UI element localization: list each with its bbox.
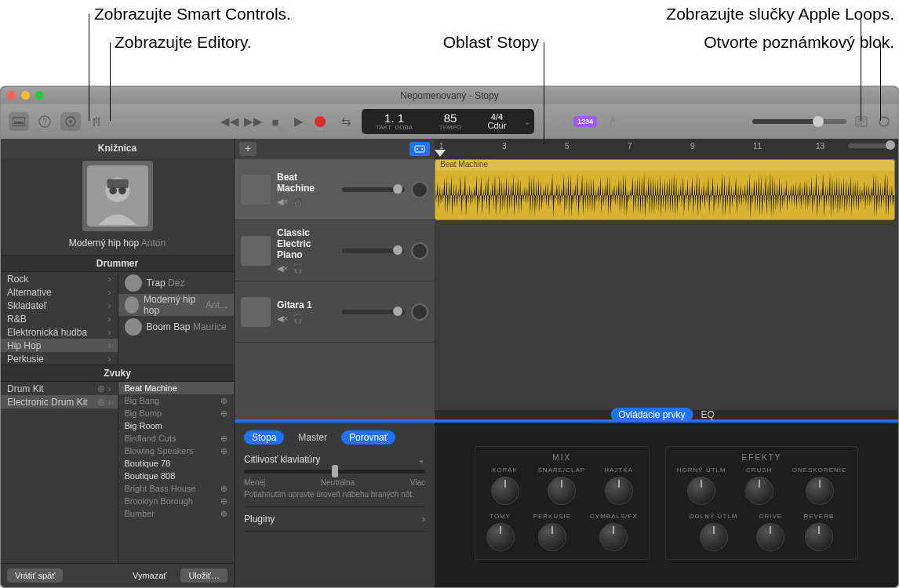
drummer-item[interactable]: Moderný hip hop Ant... <box>118 294 235 316</box>
mode-eq[interactable]: EQ <box>693 408 722 422</box>
sound-item[interactable]: Brooklyn Borough⊕ <box>118 495 235 507</box>
anno-smart-controls: Zobrazujte Smart Controls. <box>94 5 291 24</box>
anno-editors: Zobrazujte Editory. <box>115 33 252 52</box>
sound-item[interactable]: Boutique 78 <box>118 457 235 470</box>
knob-horn-tlm[interactable]: HORNÝ ÚTLM <box>677 466 726 505</box>
mute-icon[interactable]: ◀× <box>277 314 288 324</box>
track-volume-slider[interactable] <box>342 310 405 314</box>
minimize-icon[interactable] <box>21 91 30 100</box>
tuner-icon[interactable] <box>550 116 566 127</box>
rewind-button[interactable]: ◀◀ <box>220 114 236 129</box>
close-icon[interactable] <box>7 91 16 100</box>
lcd-display[interactable]: 1. 1 TAKT DOBA 85 TEMPO 4/4 Cdur ⌄ <box>362 109 534 134</box>
knob-perkusie[interactable]: PERKUSIE <box>533 513 571 551</box>
notepad-button[interactable] <box>854 116 869 127</box>
sensitivity-slider[interactable] <box>244 470 425 474</box>
track-volume-slider[interactable] <box>342 249 405 253</box>
master-volume-slider[interactable] <box>752 119 846 124</box>
library-toggle-button[interactable] <box>9 112 29 131</box>
cycle-button[interactable]: ⇆ <box>338 114 354 129</box>
anno-tracks-area: Oblasť Stopy <box>437 33 539 52</box>
sound-item[interactable]: Big Bump⊕ <box>118 407 235 419</box>
record-button[interactable] <box>315 116 330 127</box>
pan-knob[interactable] <box>411 181 428 198</box>
track-volume-slider[interactable] <box>342 187 405 192</box>
tracks-area[interactable]: 135791113 Beat Machine <box>435 139 898 419</box>
maximize-icon[interactable] <box>35 91 44 100</box>
ruler[interactable]: 135791113 <box>435 139 898 159</box>
knob-crush[interactable]: CRUSH <box>745 466 773 505</box>
save-button[interactable]: Uložiť… <box>180 568 227 583</box>
sound-item[interactable]: Bumber⊕ <box>118 507 235 520</box>
lcd-takt-label: TAKT <box>376 124 391 131</box>
kit-item[interactable]: Electronic Drum Kit⊕ › <box>1 395 118 408</box>
genre-item[interactable]: R&B› <box>1 312 118 325</box>
genre-item[interactable]: Elektronická hudba› <box>1 325 118 339</box>
drummer-item[interactable]: Boom Bap Maurice <box>118 316 235 338</box>
tab-track[interactable]: Stopa <box>244 430 284 445</box>
horizontal-zoom-slider[interactable] <box>848 143 895 148</box>
tab-compare[interactable]: Porovnať <box>341 430 395 445</box>
mode-controls[interactable]: Ovládacie prvky <box>610 408 693 422</box>
sound-item[interactable]: Bright Bass House⊕ <box>118 482 235 495</box>
help-icon[interactable]: ? <box>37 115 53 128</box>
pan-knob[interactable] <box>411 303 428 321</box>
kit-item[interactable]: Drum Kit⊕ › <box>1 382 118 395</box>
stop-button[interactable]: ■ <box>268 115 283 129</box>
svg-rect-19 <box>415 146 424 152</box>
sound-item[interactable]: Birdland Cuts⊕ <box>118 432 235 445</box>
library-preset-name: Moderný hip hop Anton <box>1 234 234 255</box>
mute-icon[interactable]: ◀× <box>277 263 288 274</box>
genre-item[interactable]: Hip Hop› <box>1 339 118 352</box>
forward-button[interactable]: ▶▶ <box>244 114 260 129</box>
knob-drive[interactable]: DRIVE <box>756 513 784 551</box>
genre-item[interactable]: Perkusie› <box>1 352 118 365</box>
audio-region[interactable]: Beat Machine <box>435 159 895 220</box>
smart-controls-sidebar: Stopa Master Porovnať Citlivosť klaviatú… <box>235 423 435 587</box>
tab-master[interactable]: Master <box>290 430 335 445</box>
track-header[interactable]: Gitara 1◀×🎧 <box>235 281 435 343</box>
genre-item[interactable]: Skladateľ› <box>1 299 118 312</box>
smart-controls-button[interactable] <box>60 112 81 131</box>
count-in-badge[interactable]: 1234 <box>573 116 597 127</box>
sound-item[interactable]: Big Room <box>118 419 235 432</box>
play-button[interactable]: ▶ <box>291 114 307 129</box>
genre-item[interactable]: Rock› <box>1 272 118 285</box>
drummer-list: Trap DezModerný hip hop Ant...Boom Bap M… <box>118 272 235 365</box>
undo-button[interactable]: Vrátiť späť <box>7 568 63 583</box>
pan-knob[interactable] <box>411 242 428 260</box>
knob-snare-clap[interactable]: SNARE/CLAP <box>538 466 586 505</box>
track-header-list: + Beat Machine◀×🎧Classic Electric Piano◀… <box>235 139 435 419</box>
knob-doln-tlm[interactable]: DOLNÝ ÚTLM <box>690 513 738 551</box>
headphone-icon[interactable]: 🎧 <box>293 314 304 324</box>
add-track-button[interactable]: + <box>239 142 257 156</box>
sound-item[interactable]: Blowing Speakers⊕ <box>118 445 235 457</box>
metronome-icon[interactable] <box>605 115 621 128</box>
track-icon <box>241 236 271 266</box>
knob-reverb[interactable]: REVERB <box>803 513 834 551</box>
apple-loops-button[interactable] <box>876 115 892 128</box>
mute-icon[interactable]: ◀× <box>277 197 288 207</box>
knob-tomy[interactable]: TOMY <box>486 513 515 551</box>
knob-oneskorenie[interactable]: ONESKORENIE <box>792 466 847 505</box>
track-header[interactable]: Classic Electric Piano◀×🎧 <box>235 220 435 281</box>
editors-button[interactable] <box>89 116 104 127</box>
chevron-down-icon[interactable]: ⌄ <box>417 454 425 465</box>
delete-button[interactable]: Vymazať <box>125 568 174 583</box>
sound-item[interactable]: Big Bang⊕ <box>118 394 235 407</box>
ruler-mark: 3 <box>502 142 507 151</box>
sound-item[interactable]: Boutique 808 <box>118 470 235 482</box>
headphone-icon[interactable]: 🎧 <box>293 197 304 207</box>
sound-item[interactable]: Beat Machine <box>118 382 235 394</box>
plugins-label[interactable]: Pluginy <box>244 514 275 524</box>
chevron-right-icon[interactable]: › <box>422 514 425 524</box>
knob-hajtka[interactable]: HAJTKA <box>604 466 633 505</box>
knob-cymbals-fx[interactable]: CYMBALS/FX <box>590 513 638 551</box>
track-header[interactable]: Beat Machine◀×🎧 <box>235 159 435 220</box>
genre-item[interactable]: Alternative› <box>1 285 118 299</box>
headphone-icon[interactable]: 🎧 <box>293 263 304 274</box>
knob-kop-k[interactable]: KOPÁK <box>491 466 519 505</box>
drummer-item[interactable]: Trap Dez <box>118 272 235 294</box>
automation-toggle[interactable] <box>409 142 430 156</box>
mix-title: MIX <box>486 453 638 462</box>
